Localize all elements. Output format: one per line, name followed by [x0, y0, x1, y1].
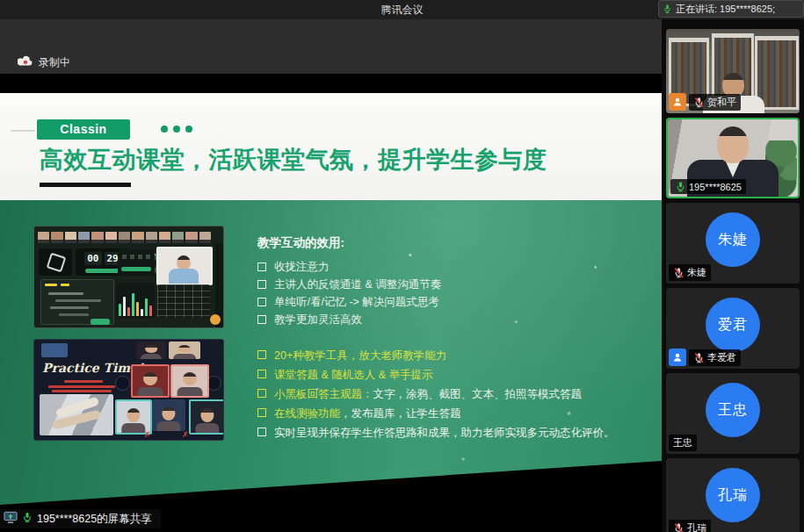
participant-tile[interactable]: 朱婕朱婕: [666, 203, 800, 284]
meeting-window: 腾讯会议 正在讲话: 195****8625; 录制中 Classin 高效互动…: [0, 0, 804, 532]
window-titlebar: 腾讯会议 正在讲话: 195****8625;: [0, 0, 804, 19]
score-table: [157, 284, 210, 318]
participants-sidebar[interactable]: 贺和平195****8625朱婕朱婕爱君李爱君王忠王忠孔瑞孔瑞: [662, 19, 804, 532]
orange-fab: [210, 314, 221, 325]
screen-share-area: 录制中 Classin 高效互动课堂，活跃课堂气氛，提升学生参与度 00 29: [0, 19, 662, 532]
participant-tile[interactable]: 195****8625: [666, 118, 800, 198]
answer-panel: [118, 249, 155, 276]
speaking-indicator-text: 正在讲话: 195****8625;: [676, 3, 775, 16]
host-badge-icon: [669, 93, 686, 111]
tool-icon-panel: [39, 248, 72, 276]
participant-tile[interactable]: 贺和平: [666, 29, 800, 113]
feature-bullet: 实时呈现并保存学生作答思路和成果，助力老师实现多元动态化评价。: [257, 423, 644, 442]
effect-bullet: 主讲人的反馈通道 & 调整沟通节奏: [257, 276, 635, 293]
student-tile: [152, 399, 185, 431]
feature-bullet: 小黑板回答主观题：文字，涂鸦、截图、文本、拍照等模式答题: [257, 385, 644, 404]
features-list: 20+种教学工具，放大老师教学能力课堂答题 & 随机选人 & 举手提示小黑板回答…: [257, 346, 644, 442]
timer-minutes: 00: [84, 252, 101, 265]
effect-bullet: 单纯听/看/记忆 -> 解决问题式思考: [257, 293, 635, 311]
red-text-line: [52, 390, 112, 392]
recording-cloud-icon: [18, 54, 33, 70]
share-status-bar: 195****8625的屏幕共享: [0, 509, 161, 528]
stats-bar-chart: [116, 283, 155, 318]
participant-name-label: 孔瑞: [669, 520, 711, 532]
recording-label: 录制中: [39, 55, 70, 70]
avatar: 王忠: [706, 383, 760, 437]
participant-name-label: 贺和平: [689, 94, 741, 111]
square-bullet-icon: [257, 280, 266, 289]
participant-tile[interactable]: 王忠王忠: [666, 373, 800, 454]
share-mic-icon: [22, 511, 33, 527]
effects-heading: 教学互动的效用:: [257, 235, 635, 251]
student-tile: [170, 364, 209, 398]
participant-name-label: 195****8625: [670, 179, 746, 194]
mic-muted-icon: [673, 522, 684, 532]
avatar: 爱君: [706, 298, 760, 352]
square-bullet-icon: [257, 428, 266, 436]
practice-time-title: Practice Time!: [42, 361, 143, 375]
square-bullet-icon: [257, 408, 266, 417]
practice-time-screenshot: Practice Time! ✗ ✗: [33, 339, 224, 441]
effect-bullet: 教学更加灵活高效: [257, 311, 635, 328]
participant-name-label: 朱婕: [669, 264, 711, 281]
teacher-video: [156, 247, 213, 285]
red-text-line: [48, 385, 115, 388]
effects-list: 收拢注意力主讲人的反馈通道 & 调整沟通节奏单纯听/看/记忆 -> 解决问题式思…: [257, 258, 635, 328]
share-status-text: 195****8625的屏幕共享: [37, 512, 152, 527]
mini-tile: [169, 341, 200, 359]
shared-desktop-background: [0, 19, 662, 74]
brand-dash: [11, 130, 35, 132]
cohost-badge-icon: [669, 349, 686, 366]
student-tile: [131, 364, 170, 398]
speaking-indicator: 正在讲话: 195****8625;: [658, 0, 804, 18]
participant-tile[interactable]: 孔瑞孔瑞: [666, 458, 800, 532]
effects-section: 教学互动的效用: 收拢注意力主讲人的反馈通道 & 调整沟通节奏单纯听/看/记忆 …: [257, 235, 635, 328]
square-bullet-icon: [257, 315, 266, 324]
mic-muted-icon: [693, 352, 705, 363]
square-bullet-icon: [257, 370, 266, 378]
share-screen-icon: [4, 511, 18, 528]
classin-ui-screenshot: 00 29: [33, 226, 224, 328]
square-bullet-icon: [257, 389, 266, 398]
avatar: 孔瑞: [706, 468, 760, 522]
red-text-line: [64, 380, 103, 383]
speaking-mic-icon: [663, 4, 672, 14]
slide-title: 高效互动课堂，活跃课堂气氛，提升学生参与度: [40, 144, 547, 176]
score-mark: ✗: [144, 430, 151, 439]
brand-badge: Classin: [37, 119, 130, 140]
student-tile: [189, 399, 224, 435]
student-tile: [115, 399, 152, 435]
feature-bullet: 课堂答题 & 随机选人 & 举手提示: [257, 365, 644, 385]
mic-muted-icon: [693, 97, 705, 108]
feature-bullet: 20+种教学工具，放大老师教学能力: [257, 346, 644, 365]
participant-name-label: 李爱君: [689, 349, 741, 366]
feature-bullet: 在线测验功能，发布题库，让学生答题: [257, 404, 644, 423]
hands-photo: [40, 394, 113, 435]
timer-circle: [115, 376, 130, 391]
effect-bullet: 收拢注意力: [257, 258, 635, 276]
submit-button-mock: [91, 319, 110, 325]
score-mark: ✗: [182, 430, 189, 439]
mini-tile: [41, 343, 68, 357]
brand-dots: [161, 126, 192, 133]
mic-active-icon: [675, 181, 686, 192]
square-bullet-icon: [257, 262, 266, 271]
square-bullet-icon: [257, 298, 266, 306]
title-underline: [40, 183, 131, 187]
participant-tile[interactable]: 爱君李爱君: [666, 288, 800, 369]
square-bullet-icon: [257, 350, 266, 359]
timer-button: [85, 269, 120, 273]
avatar: 朱婕: [706, 212, 760, 267]
student-thumbnails: [38, 232, 211, 243]
person-silhouette: [717, 126, 749, 163]
mini-tile: [136, 341, 166, 359]
participant-name-label: 王忠: [669, 435, 697, 451]
mic-muted-icon: [673, 267, 684, 278]
recording-indicator: 录制中: [18, 54, 70, 70]
